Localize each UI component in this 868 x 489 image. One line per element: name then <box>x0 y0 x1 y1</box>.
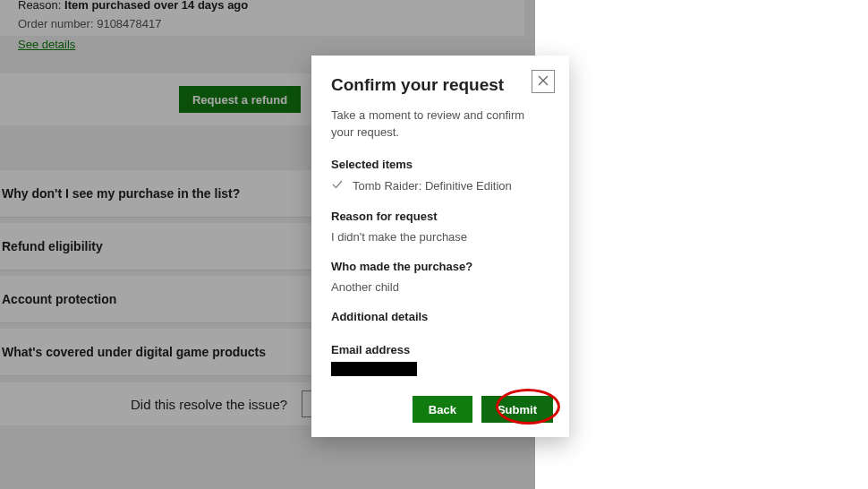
right-region <box>535 0 868 489</box>
reason-for-request-label: Reason for request <box>331 210 549 223</box>
email-address-label: Email address <box>331 343 549 356</box>
dialog-footer: Back Submit <box>413 396 553 423</box>
submit-button[interactable]: Submit <box>481 396 553 423</box>
page-root: Reason: Item purchased over 14 days ago … <box>0 0 868 489</box>
close-button[interactable] <box>532 70 555 93</box>
selected-item-name: Tomb Raider: Definitive Edition <box>353 179 512 193</box>
confirm-request-dialog: Confirm your request Take a moment to re… <box>311 56 569 437</box>
check-icon <box>331 178 344 193</box>
reason-for-request-value: I didn't make the purchase <box>331 230 549 244</box>
selected-items-label: Selected items <box>331 158 549 171</box>
who-made-purchase-value: Another child <box>331 280 549 294</box>
back-button[interactable]: Back <box>413 396 472 423</box>
dialog-intro: Take a moment to review and confirm your… <box>331 107 549 142</box>
selected-item-row: Tomb Raider: Definitive Edition <box>331 178 549 193</box>
dialog-title: Confirm your request <box>331 75 549 95</box>
additional-details-label: Additional details <box>331 310 549 323</box>
email-address-value <box>331 362 417 376</box>
who-made-purchase-label: Who made the purchase? <box>331 260 549 273</box>
close-icon <box>538 75 549 89</box>
